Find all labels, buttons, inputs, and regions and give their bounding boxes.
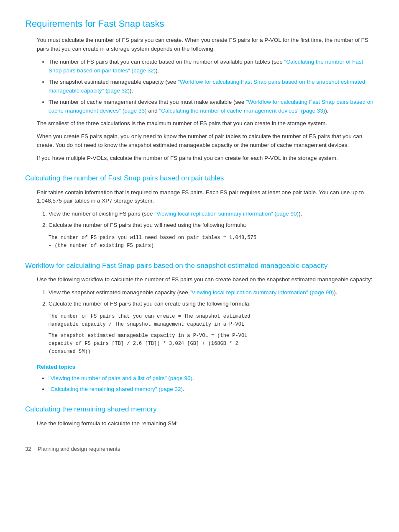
page-number: 32 <box>25 446 31 452</box>
pair-tables-formula: The number of FS pairs you will need bas… <box>49 234 374 250</box>
pair-tables-step-1: View the number of existing FS pairs (se… <box>49 210 374 218</box>
wf-step1-text-before: View the snapshot estimated manageable c… <box>49 289 189 296</box>
step1-text-before: View the number of existing FS pairs (se… <box>49 211 154 217</box>
section-body-pair-tables: Pair tables contain information that is … <box>37 188 374 250</box>
related-1-period: . <box>192 375 194 381</box>
workflow-snapshot-intro: Use the following workflow to calculate … <box>37 275 374 284</box>
requirements-bullets: The number of FS pairs that you can crea… <box>49 58 374 116</box>
bullet-3-text-before: The number of cache management devices t… <box>49 99 246 105</box>
requirements-para-2: The smallest of the three calculations i… <box>37 119 374 128</box>
bullet-snapshot-capacity: The snapshot estimated manageable capaci… <box>49 78 374 95</box>
pair-tables-intro: Pair tables contain information that is … <box>37 188 374 206</box>
related-topics-list: "Viewing the number of pairs and a list … <box>49 374 374 394</box>
section-body-requirements: You must calculate the number of FS pair… <box>37 36 374 163</box>
link-view-summary-2[interactable]: "Viewing local replication summary infor… <box>189 289 334 296</box>
bullet-3-text-after: ). <box>325 108 328 114</box>
bullet-pair-tables: The number of FS pairs that you can crea… <box>49 58 374 75</box>
link-remaining-shared-memory[interactable]: "Calculating the remaining shared memory… <box>49 386 183 392</box>
requirements-intro: You must calculate the number of FS pair… <box>37 36 374 54</box>
page-footer: 32 Planning and design requirements <box>25 445 374 453</box>
requirements-para-4: If you have multiple P-VOLs, calculate t… <box>37 154 374 163</box>
bullet-3-and: and <box>146 108 159 114</box>
related-2-period: . <box>183 386 184 392</box>
section-heading-shared-memory: Calculating the remaining shared memory <box>25 404 374 415</box>
pair-tables-steps: View the number of existing FS pairs (se… <box>49 210 374 230</box>
bullet-1-text-before: The number of FS pairs that you can crea… <box>49 59 284 65</box>
bullet-2-text-after: ). <box>130 87 133 94</box>
snapshot-formula-2: The snapshot estimated manageable capaci… <box>49 332 374 356</box>
link-viewing-pairs[interactable]: "Viewing the number of pairs and a list … <box>49 375 192 381</box>
related-topics-heading: Related topics <box>37 363 374 372</box>
pair-tables-step-2: Calculate the number of FS pairs that yo… <box>49 221 374 230</box>
section-body-shared-memory: Use the following formula to calculate t… <box>37 419 374 428</box>
section-heading-workflow-snapshot: Workflow for calculating Fast Snap pairs… <box>25 260 374 271</box>
footer-text: Planning and design requirements <box>38 446 120 452</box>
section-heading-pair-tables: Calculating the number of Fast Snap pair… <box>25 173 374 184</box>
link-view-pairs-1[interactable]: "Viewing local replication summary infor… <box>154 211 299 217</box>
section-heading-requirements: Requirements for Fast Snap tasks <box>25 17 374 31</box>
step1-text-after: ). <box>299 211 302 217</box>
related-topics: Related topics "Viewing the number of pa… <box>37 363 374 394</box>
wf-step1-text-after: ). <box>334 289 337 296</box>
workflow-step-1: View the snapshot estimated manageable c… <box>49 288 374 297</box>
related-topic-2: "Calculating the remaining shared memory… <box>49 385 374 394</box>
snapshot-formula-1: The number of FS pairs that you can crea… <box>49 313 374 329</box>
workflow-snapshot-steps: View the snapshot estimated manageable c… <box>49 288 374 308</box>
bullet-1-text-after: ). <box>156 67 159 74</box>
section-body-workflow-snapshot: Use the following workflow to calculate … <box>37 275 374 394</box>
related-topic-1: "Viewing the number of pairs and a list … <box>49 374 374 383</box>
shared-memory-intro: Use the following formula to calculate t… <box>37 419 374 428</box>
requirements-para-3: When you create FS pairs again, you only… <box>37 132 374 150</box>
workflow-step-2: Calculate the number of FS pairs that yo… <box>49 300 374 308</box>
bullet-2-text-before: The snapshot estimated manageable capaci… <box>49 79 178 85</box>
page-content: Requirements for Fast Snap tasks You mus… <box>25 17 374 428</box>
link-cache-devices-calc[interactable]: "Calculating the number of cache managem… <box>159 108 325 114</box>
bullet-cache-devices: The number of cache management devices t… <box>49 98 374 116</box>
